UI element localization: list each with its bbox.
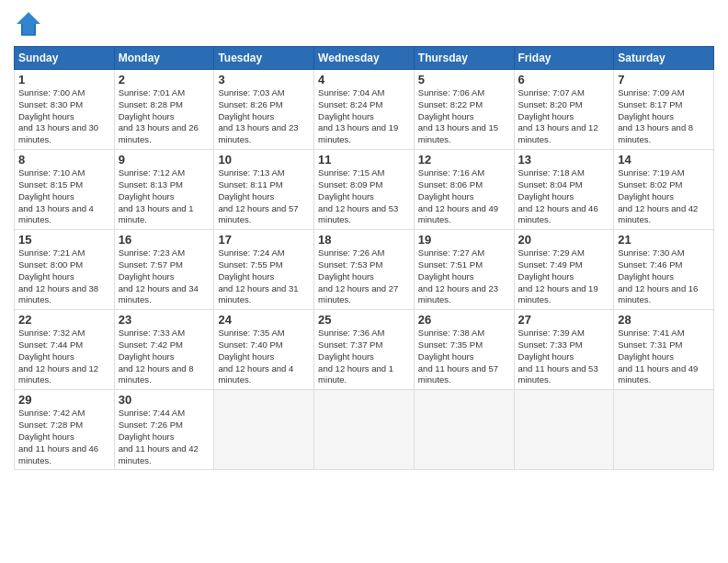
day-number: 10 (218, 153, 310, 167)
header-monday: Monday (114, 47, 214, 70)
day-cell-3: 3 Sunrise: 7:03 AM Sunset: 8:26 PM Dayli… (214, 70, 314, 150)
day-cell-25: 25 Sunrise: 7:36 AM Sunset: 7:37 PM Dayl… (314, 310, 415, 390)
day-number: 13 (518, 153, 610, 167)
day-cell-20: 20 Sunrise: 7:29 AM Sunset: 7:49 PM Dayl… (514, 230, 614, 310)
day-cell-30: 30 Sunrise: 7:44 AM Sunset: 7:26 PM Dayl… (114, 390, 214, 470)
day-cell-13: 13 Sunrise: 7:18 AM Sunset: 8:04 PM Dayl… (514, 150, 614, 230)
day-cell-16: 16 Sunrise: 7:23 AM Sunset: 7:57 PM Dayl… (114, 230, 214, 310)
day-info: Sunrise: 7:09 AM Sunset: 8:17 PM Dayligh… (618, 87, 710, 146)
day-info: Sunrise: 7:01 AM Sunset: 8:28 PM Dayligh… (119, 87, 210, 146)
header-saturday: Saturday (614, 47, 714, 70)
day-cell-23: 23 Sunrise: 7:33 AM Sunset: 7:42 PM Dayl… (114, 310, 214, 390)
day-cell-14: 14 Sunrise: 7:19 AM Sunset: 8:02 PM Dayl… (614, 150, 714, 230)
day-number: 20 (518, 233, 610, 247)
day-number: 2 (119, 73, 210, 86)
day-info: Sunrise: 7:00 AM Sunset: 8:30 PM Dayligh… (18, 87, 110, 146)
day-number: 29 (18, 393, 110, 407)
day-info: Sunrise: 7:27 AM Sunset: 7:51 PM Dayligh… (418, 247, 510, 306)
day-number: 27 (518, 313, 610, 327)
day-number: 23 (119, 313, 210, 327)
day-info: Sunrise: 7:32 AM Sunset: 7:44 PM Dayligh… (18, 327, 110, 386)
day-info: Sunrise: 7:10 AM Sunset: 8:15 PM Dayligh… (18, 167, 110, 226)
day-number: 22 (18, 313, 110, 327)
day-cell-2: 2 Sunrise: 7:01 AM Sunset: 8:28 PM Dayli… (114, 70, 214, 150)
day-info: Sunrise: 7:23 AM Sunset: 7:57 PM Dayligh… (119, 247, 210, 306)
day-cell-22: 22 Sunrise: 7:32 AM Sunset: 7:44 PM Dayl… (15, 310, 115, 390)
header-friday: Friday (514, 47, 614, 70)
day-cell-26: 26 Sunrise: 7:38 AM Sunset: 7:35 PM Dayl… (414, 310, 514, 390)
day-cell-17: 17 Sunrise: 7:24 AM Sunset: 7:55 PM Dayl… (214, 230, 314, 310)
header-tuesday: Tuesday (214, 47, 314, 70)
page-header (14, 9, 714, 39)
day-info: Sunrise: 7:13 AM Sunset: 8:11 PM Dayligh… (218, 167, 310, 226)
day-cell-28: 28 Sunrise: 7:41 AM Sunset: 7:31 PM Dayl… (614, 310, 714, 390)
empty-cell (614, 390, 714, 470)
day-info: Sunrise: 7:06 AM Sunset: 8:22 PM Dayligh… (418, 87, 510, 146)
day-info: Sunrise: 7:15 AM Sunset: 8:09 PM Dayligh… (318, 167, 410, 226)
day-info: Sunrise: 7:39 AM Sunset: 7:33 PM Dayligh… (518, 327, 610, 386)
day-number: 4 (318, 73, 410, 86)
day-number: 11 (318, 153, 410, 167)
day-cell-11: 11 Sunrise: 7:15 AM Sunset: 8:09 PM Dayl… (314, 150, 415, 230)
day-cell-8: 8 Sunrise: 7:10 AM Sunset: 8:15 PM Dayli… (15, 150, 115, 230)
day-info: Sunrise: 7:16 AM Sunset: 8:06 PM Dayligh… (418, 167, 510, 226)
day-number: 19 (418, 233, 510, 247)
day-cell-10: 10 Sunrise: 7:13 AM Sunset: 8:11 PM Dayl… (214, 150, 314, 230)
day-number: 3 (218, 73, 310, 86)
day-info: Sunrise: 7:44 AM Sunset: 7:26 PM Dayligh… (119, 408, 210, 466)
day-info: Sunrise: 7:42 AM Sunset: 7:28 PM Dayligh… (18, 408, 110, 466)
header-thursday: Thursday (414, 47, 514, 70)
svg-marker-1 (17, 12, 40, 34)
day-cell-1: 1 Sunrise: 7:00 AM Sunset: 8:30 PM Dayli… (15, 70, 115, 150)
day-number: 17 (218, 233, 310, 247)
day-cell-9: 9 Sunrise: 7:12 AM Sunset: 8:13 PM Dayli… (114, 150, 214, 230)
logo-icon (14, 9, 43, 39)
day-info: Sunrise: 7:24 AM Sunset: 7:55 PM Dayligh… (218, 247, 310, 306)
day-info: Sunrise: 7:26 AM Sunset: 7:53 PM Dayligh… (318, 247, 410, 306)
day-number: 9 (119, 153, 210, 167)
day-cell-4: 4 Sunrise: 7:04 AM Sunset: 8:24 PM Dayli… (314, 70, 415, 150)
day-number: 18 (318, 233, 410, 247)
day-cell-27: 27 Sunrise: 7:39 AM Sunset: 7:33 PM Dayl… (514, 310, 614, 390)
day-cell-18: 18 Sunrise: 7:26 AM Sunset: 7:53 PM Dayl… (314, 230, 415, 310)
day-info: Sunrise: 7:33 AM Sunset: 7:42 PM Dayligh… (119, 327, 210, 386)
day-number: 5 (418, 73, 510, 86)
day-number: 1 (18, 73, 110, 86)
day-cell-15: 15 Sunrise: 7:21 AM Sunset: 8:00 PM Dayl… (15, 230, 115, 310)
day-number: 12 (418, 153, 510, 167)
day-number: 24 (218, 313, 310, 327)
day-info: Sunrise: 7:21 AM Sunset: 8:00 PM Dayligh… (18, 247, 110, 306)
page-container: SundayMondayTuesdayWednesdayThursdayFrid… (0, 0, 728, 479)
day-number: 25 (318, 313, 410, 327)
header-sunday: Sunday (15, 47, 115, 70)
day-cell-7: 7 Sunrise: 7:09 AM Sunset: 8:17 PM Dayli… (614, 70, 714, 150)
day-cell-19: 19 Sunrise: 7:27 AM Sunset: 7:51 PM Dayl… (414, 230, 514, 310)
day-cell-24: 24 Sunrise: 7:35 AM Sunset: 7:40 PM Dayl… (214, 310, 314, 390)
day-number: 26 (418, 313, 510, 327)
day-info: Sunrise: 7:12 AM Sunset: 8:13 PM Dayligh… (119, 167, 210, 226)
day-info: Sunrise: 7:41 AM Sunset: 7:31 PM Dayligh… (618, 327, 710, 386)
day-info: Sunrise: 7:03 AM Sunset: 8:26 PM Dayligh… (218, 87, 310, 146)
logo (14, 9, 47, 39)
day-info: Sunrise: 7:35 AM Sunset: 7:40 PM Dayligh… (218, 327, 310, 386)
day-cell-12: 12 Sunrise: 7:16 AM Sunset: 8:06 PM Dayl… (414, 150, 514, 230)
day-number: 15 (18, 233, 110, 247)
day-info: Sunrise: 7:30 AM Sunset: 7:46 PM Dayligh… (618, 247, 710, 306)
day-number: 8 (18, 153, 110, 167)
day-info: Sunrise: 7:29 AM Sunset: 7:49 PM Dayligh… (518, 247, 610, 306)
week-row-1: 1 Sunrise: 7:00 AM Sunset: 8:30 PM Dayli… (15, 70, 714, 150)
day-cell-6: 6 Sunrise: 7:07 AM Sunset: 8:20 PM Dayli… (514, 70, 614, 150)
header-wednesday: Wednesday (314, 47, 415, 70)
day-number: 16 (119, 233, 210, 247)
week-row-5: 29 Sunrise: 7:42 AM Sunset: 7:28 PM Dayl… (15, 390, 714, 470)
day-number: 14 (618, 153, 710, 167)
day-info: Sunrise: 7:07 AM Sunset: 8:20 PM Dayligh… (518, 87, 610, 146)
empty-cell (314, 390, 415, 470)
week-row-3: 15 Sunrise: 7:21 AM Sunset: 8:00 PM Dayl… (15, 230, 714, 310)
day-info: Sunrise: 7:04 AM Sunset: 8:24 PM Dayligh… (318, 87, 410, 146)
day-cell-5: 5 Sunrise: 7:06 AM Sunset: 8:22 PM Dayli… (414, 70, 514, 150)
day-info: Sunrise: 7:18 AM Sunset: 8:04 PM Dayligh… (518, 167, 610, 226)
week-row-2: 8 Sunrise: 7:10 AM Sunset: 8:15 PM Dayli… (15, 150, 714, 230)
day-number: 6 (518, 73, 610, 86)
empty-cell (214, 390, 314, 470)
